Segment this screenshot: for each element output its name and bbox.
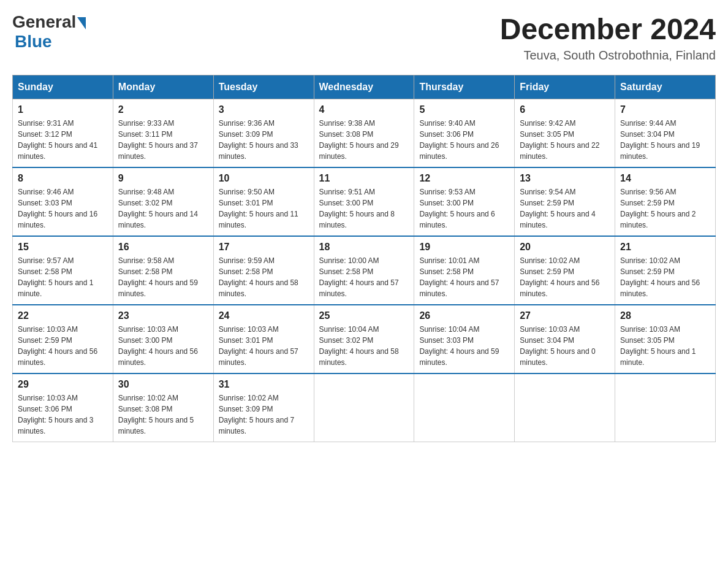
table-row: 23 Sunrise: 10:03 AM Sunset: 3:00 PM Day… [113, 305, 213, 373]
day-info: Sunrise: 9:57 AM Sunset: 2:58 PM Dayligh… [18, 255, 108, 299]
header-thursday: Thursday [414, 75, 515, 99]
table-row: 13 Sunrise: 9:54 AM Sunset: 2:59 PM Dayl… [515, 167, 615, 236]
day-info: Sunrise: 10:03 AM Sunset: 3:06 PM Daylig… [18, 393, 108, 437]
day-info: Sunrise: 10:02 AM Sunset: 2:59 PM Daylig… [520, 255, 610, 299]
calendar-week-row: 29 Sunrise: 10:03 AM Sunset: 3:06 PM Day… [13, 373, 716, 442]
logo: General Blue [12, 12, 86, 52]
header-tuesday: Tuesday [213, 75, 314, 99]
day-number: 18 [319, 242, 409, 253]
day-number: 20 [520, 242, 610, 253]
day-number: 12 [419, 173, 509, 184]
day-info: Sunrise: 9:48 AM Sunset: 3:02 PM Dayligh… [118, 186, 208, 231]
header-sunday: Sunday [13, 75, 113, 99]
day-number: 4 [319, 104, 409, 115]
day-info: Sunrise: 9:36 AM Sunset: 3:09 PM Dayligh… [219, 118, 309, 162]
table-row: 26 Sunrise: 10:04 AM Sunset: 3:03 PM Day… [414, 305, 515, 373]
day-number: 23 [118, 310, 208, 321]
table-row: 16 Sunrise: 9:58 AM Sunset: 2:58 PM Dayl… [113, 236, 213, 305]
day-number: 1 [18, 104, 108, 115]
table-row: 15 Sunrise: 9:57 AM Sunset: 2:58 PM Dayl… [13, 236, 113, 305]
day-number: 16 [118, 242, 208, 253]
table-row: 17 Sunrise: 9:59 AM Sunset: 2:58 PM Dayl… [213, 236, 314, 305]
table-row: 7 Sunrise: 9:44 AM Sunset: 3:04 PM Dayli… [615, 99, 716, 168]
table-row: 3 Sunrise: 9:36 AM Sunset: 3:09 PM Dayli… [213, 99, 314, 168]
table-row [314, 373, 414, 442]
day-info: Sunrise: 9:58 AM Sunset: 2:58 PM Dayligh… [118, 255, 208, 299]
calendar-table: Sunday Monday Tuesday Wednesday Thursday… [12, 75, 716, 442]
header-friday: Friday [515, 75, 615, 99]
day-number: 24 [219, 310, 309, 321]
table-row: 29 Sunrise: 10:03 AM Sunset: 3:06 PM Day… [13, 373, 113, 442]
day-number: 15 [18, 242, 108, 253]
day-number: 31 [219, 379, 309, 390]
day-info: Sunrise: 10:04 AM Sunset: 3:02 PM Daylig… [319, 324, 409, 368]
day-number: 8 [18, 173, 108, 184]
day-info: Sunrise: 10:02 AM Sunset: 3:09 PM Daylig… [219, 393, 309, 437]
table-row [515, 373, 615, 442]
day-info: Sunrise: 10:03 AM Sunset: 2:59 PM Daylig… [18, 324, 108, 368]
calendar-week-row: 15 Sunrise: 9:57 AM Sunset: 2:58 PM Dayl… [13, 236, 716, 305]
table-row: 22 Sunrise: 10:03 AM Sunset: 2:59 PM Day… [13, 305, 113, 373]
table-row [414, 373, 515, 442]
day-info: Sunrise: 10:03 AM Sunset: 3:01 PM Daylig… [219, 324, 309, 368]
table-row [615, 373, 716, 442]
day-info: Sunrise: 10:03 AM Sunset: 3:05 PM Daylig… [620, 324, 710, 368]
table-row: 2 Sunrise: 9:33 AM Sunset: 3:11 PM Dayli… [113, 99, 213, 168]
day-info: Sunrise: 9:31 AM Sunset: 3:12 PM Dayligh… [18, 118, 108, 162]
day-number: 30 [118, 379, 208, 390]
table-row: 18 Sunrise: 10:00 AM Sunset: 2:58 PM Day… [314, 236, 414, 305]
day-number: 27 [520, 310, 610, 321]
day-info: Sunrise: 9:51 AM Sunset: 3:00 PM Dayligh… [319, 186, 409, 231]
day-info: Sunrise: 9:50 AM Sunset: 3:01 PM Dayligh… [219, 186, 309, 231]
day-info: Sunrise: 10:03 AM Sunset: 3:04 PM Daylig… [520, 324, 610, 368]
table-row: 19 Sunrise: 10:01 AM Sunset: 2:58 PM Day… [414, 236, 515, 305]
table-row: 11 Sunrise: 9:51 AM Sunset: 3:00 PM Dayl… [314, 167, 414, 236]
day-info: Sunrise: 9:59 AM Sunset: 2:58 PM Dayligh… [219, 255, 309, 299]
month-title: December 2024 [500, 12, 716, 46]
day-number: 13 [520, 173, 610, 184]
title-section: December 2024 Teuva, South Ostrobothnia,… [500, 12, 716, 63]
header-monday: Monday [113, 75, 213, 99]
day-info: Sunrise: 10:04 AM Sunset: 3:03 PM Daylig… [419, 324, 509, 368]
calendar-week-row: 1 Sunrise: 9:31 AM Sunset: 3:12 PM Dayli… [13, 99, 716, 168]
day-info: Sunrise: 9:33 AM Sunset: 3:11 PM Dayligh… [118, 118, 208, 162]
calendar-header-row: Sunday Monday Tuesday Wednesday Thursday… [13, 75, 716, 99]
table-row: 14 Sunrise: 9:56 AM Sunset: 2:59 PM Dayl… [615, 167, 716, 236]
table-row: 9 Sunrise: 9:48 AM Sunset: 3:02 PM Dayli… [113, 167, 213, 236]
table-row: 8 Sunrise: 9:46 AM Sunset: 3:03 PM Dayli… [13, 167, 113, 236]
day-number: 2 [118, 104, 208, 115]
calendar-week-row: 22 Sunrise: 10:03 AM Sunset: 2:59 PM Day… [13, 305, 716, 373]
day-info: Sunrise: 9:56 AM Sunset: 2:59 PM Dayligh… [620, 186, 710, 231]
table-row: 4 Sunrise: 9:38 AM Sunset: 3:08 PM Dayli… [314, 99, 414, 168]
day-number: 28 [620, 310, 710, 321]
day-number: 9 [118, 173, 208, 184]
day-number: 14 [620, 173, 710, 184]
table-row: 6 Sunrise: 9:42 AM Sunset: 3:05 PM Dayli… [515, 99, 615, 168]
table-row: 30 Sunrise: 10:02 AM Sunset: 3:08 PM Day… [113, 373, 213, 442]
day-number: 10 [219, 173, 309, 184]
table-row: 28 Sunrise: 10:03 AM Sunset: 3:05 PM Day… [615, 305, 716, 373]
table-row: 10 Sunrise: 9:50 AM Sunset: 3:01 PM Dayl… [213, 167, 314, 236]
table-row: 27 Sunrise: 10:03 AM Sunset: 3:04 PM Day… [515, 305, 615, 373]
day-number: 7 [620, 104, 710, 115]
table-row: 21 Sunrise: 10:02 AM Sunset: 2:59 PM Day… [615, 236, 716, 305]
day-info: Sunrise: 9:54 AM Sunset: 2:59 PM Dayligh… [520, 186, 610, 231]
logo-general: General [12, 12, 76, 32]
table-row: 24 Sunrise: 10:03 AM Sunset: 3:01 PM Day… [213, 305, 314, 373]
header-saturday: Saturday [615, 75, 716, 99]
day-info: Sunrise: 10:02 AM Sunset: 3:08 PM Daylig… [118, 393, 208, 437]
day-info: Sunrise: 9:42 AM Sunset: 3:05 PM Dayligh… [520, 118, 610, 162]
day-info: Sunrise: 9:40 AM Sunset: 3:06 PM Dayligh… [419, 118, 509, 162]
day-number: 26 [419, 310, 509, 321]
day-info: Sunrise: 10:02 AM Sunset: 2:59 PM Daylig… [620, 255, 710, 299]
day-number: 22 [18, 310, 108, 321]
day-info: Sunrise: 10:00 AM Sunset: 2:58 PM Daylig… [319, 255, 409, 299]
day-info: Sunrise: 9:44 AM Sunset: 3:04 PM Dayligh… [620, 118, 710, 162]
page-header: General Blue December 2024 Teuva, South … [12, 12, 716, 63]
calendar-week-row: 8 Sunrise: 9:46 AM Sunset: 3:03 PM Dayli… [13, 167, 716, 236]
table-row: 31 Sunrise: 10:02 AM Sunset: 3:09 PM Day… [213, 373, 314, 442]
table-row: 12 Sunrise: 9:53 AM Sunset: 3:00 PM Dayl… [414, 167, 515, 236]
day-number: 6 [520, 104, 610, 115]
day-info: Sunrise: 9:46 AM Sunset: 3:03 PM Dayligh… [18, 186, 108, 231]
day-number: 17 [219, 242, 309, 253]
